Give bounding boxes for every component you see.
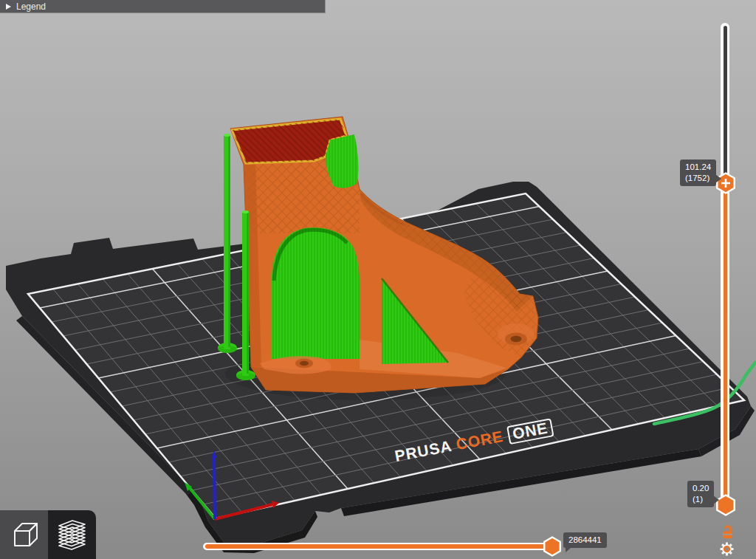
layer-slider-range-above [724,26,727,181]
lower-layer-number: (1) [693,494,709,505]
move-slider-tooltip: 2864441 [563,532,607,548]
settings-gear-icon[interactable] [719,541,735,557]
layer-stack-icon [56,518,89,552]
move-slider-fill [205,544,557,549]
legend-panel-header[interactable]: Legend [0,0,326,13]
legend-expand-icon [6,4,11,10]
upper-layer-height: 101.24 [685,162,711,173]
3d-editor-view-button[interactable] [0,510,48,559]
upper-layer-number: (1752) [685,173,711,184]
upper-layer-tooltip: 101.24 (1752) [680,160,716,186]
legend-label: Legend [16,1,46,12]
layer-slider-range-selected [724,181,727,508]
cube-outline-icon [9,519,40,550]
unlocked-padlock-icon[interactable] [719,524,735,540]
move-slider-value: 2864441 [568,535,602,546]
preview-view-button[interactable] [48,510,96,559]
viewport-3d[interactable] [0,0,756,559]
move-slider-handle[interactable] [541,535,565,559]
lower-layer-height: 0.20 [693,483,709,494]
lower-layer-tooltip: 0.20 (1) [687,481,714,507]
